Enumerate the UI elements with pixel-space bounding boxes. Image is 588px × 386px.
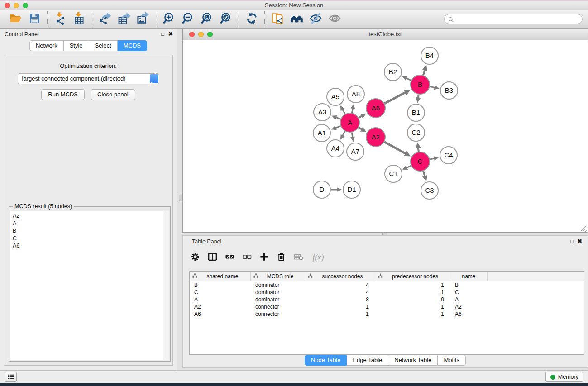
delete-table-button[interactable] (292, 251, 305, 264)
column-header-name[interactable]: name (450, 272, 488, 281)
task-history-button[interactable] (5, 372, 17, 382)
node-B3[interactable]: B3 (440, 82, 458, 99)
mcds-result-list[interactable]: A2ABCA6 (10, 211, 163, 360)
table-row[interactable]: A6connector11A6 (190, 310, 584, 318)
tab-edge-table[interactable]: Edge Table (347, 355, 388, 366)
show-graphics-details-button[interactable] (326, 11, 343, 27)
node-A5[interactable]: A5 (327, 88, 344, 105)
hide-graphics-details-button[interactable] (307, 11, 324, 27)
import-table-button[interactable] (71, 11, 87, 27)
float-table-panel-icon[interactable]: □ (570, 238, 574, 244)
tab-network-table[interactable]: Network Table (388, 355, 438, 366)
panel-divider-handle[interactable] (179, 195, 182, 201)
refresh-network-button[interactable] (244, 11, 260, 27)
node-D[interactable]: D (313, 181, 330, 198)
close-panel-icon[interactable]: ✖ (168, 31, 173, 37)
table-cell[interactable]: dominator (251, 296, 305, 303)
table-cell[interactable]: 1 (305, 310, 375, 318)
node-A1[interactable]: A1 (313, 124, 330, 142)
node-B[interactable]: B (411, 75, 430, 94)
table-cell[interactable]: A (450, 296, 488, 303)
node-C3[interactable]: C3 (421, 182, 438, 199)
table-cell[interactable]: C (450, 289, 488, 296)
node-C1[interactable]: C1 (385, 165, 402, 182)
tab-style[interactable]: Style (64, 40, 89, 51)
column-header-predecessor-nodes[interactable]: predecessor nodes (375, 272, 450, 281)
zoom-selected-button[interactable] (218, 11, 234, 27)
apply-layout-button[interactable] (288, 11, 305, 27)
table-row[interactable]: A2connector11A2 (190, 303, 584, 310)
delete-columns-button[interactable] (274, 251, 288, 264)
column-header-MCDS-role[interactable]: MCDS role (251, 272, 305, 281)
node-A3[interactable]: A3 (314, 104, 331, 121)
zoom-in-button[interactable] (161, 11, 177, 27)
table-cell[interactable]: 1 (305, 303, 375, 310)
table-cell[interactable]: 8 (305, 296, 375, 303)
column-header-shared-name[interactable]: shared name (190, 272, 251, 281)
result-scrollbar[interactable] (163, 211, 169, 360)
table-cell[interactable]: A6 (190, 310, 251, 318)
table-cell[interactable]: 0 (375, 296, 450, 303)
node-A8[interactable]: A8 (347, 86, 364, 103)
tab-select[interactable]: Select (89, 40, 118, 51)
tab-mcds[interactable]: MCDS (118, 40, 147, 51)
tab-node-table[interactable]: Node Table (305, 355, 347, 366)
table-cell[interactable]: 4 (305, 281, 375, 289)
node-A6[interactable]: A6 (366, 99, 385, 118)
table-cell[interactable]: 1 (375, 303, 450, 310)
node-D1[interactable]: D1 (343, 181, 360, 198)
import-network-button[interactable] (52, 11, 68, 27)
edge-B-B4[interactable] (423, 69, 425, 75)
node-B4[interactable]: B4 (421, 47, 438, 64)
mcds-result-item[interactable]: A2 (13, 212, 163, 220)
column-settings-button[interactable] (188, 251, 202, 264)
node-B2[interactable]: B2 (384, 63, 402, 81)
zoom-fit-button[interactable] (199, 11, 215, 27)
deselect-all-rows-button[interactable] (240, 251, 253, 264)
tab-motifs[interactable]: Motifs (438, 355, 466, 366)
table-cell[interactable]: dominator (251, 281, 305, 289)
node-A7[interactable]: A7 (347, 143, 364, 160)
table-row[interactable]: Adominator80A (190, 296, 584, 303)
table-cell[interactable]: 1 (375, 289, 450, 296)
edge-A6-B[interactable] (384, 92, 406, 103)
mcds-result-item[interactable]: C (13, 235, 163, 243)
export-network-button[interactable] (97, 11, 113, 27)
network-canvas[interactable]: B4B2BB3A8A5A6A3B1AC2A1A2A4A7C4CC1DD1C3 (183, 40, 588, 232)
table-cell[interactable]: connector (251, 310, 305, 318)
run-mcds-button[interactable]: Run MCDS (41, 89, 85, 100)
table-row[interactable]: Cdominator41C (190, 289, 584, 296)
open-session-button[interactable] (7, 11, 24, 27)
node-A4[interactable]: A4 (327, 140, 344, 157)
edge-A2-C[interactable] (384, 142, 406, 154)
table-cell[interactable]: A (190, 296, 251, 303)
node-C4[interactable]: C4 (440, 147, 457, 164)
table-cell[interactable]: A2 (190, 303, 251, 310)
apply-function-button[interactable]: f(x) (309, 251, 328, 264)
node-C[interactable]: C (411, 152, 430, 171)
zoom-out-button[interactable] (180, 11, 196, 27)
table-cell[interactable]: A2 (450, 303, 488, 310)
table-cell[interactable]: 1 (375, 310, 450, 318)
node-C2[interactable]: C2 (407, 124, 425, 141)
save-session-button[interactable] (26, 11, 43, 27)
tab-network[interactable]: Network (29, 40, 64, 51)
copy-network-button[interactable] (269, 11, 286, 27)
table-cell[interactable]: 1 (375, 281, 450, 289)
table-cell[interactable]: 4 (305, 289, 375, 296)
table-cell[interactable]: connector (251, 303, 305, 310)
node-A2[interactable]: A2 (366, 128, 385, 147)
table-cell[interactable]: A6 (450, 310, 488, 318)
optimization-criterion-select[interactable]: largest connected component (directed) (18, 73, 159, 84)
export-image-button[interactable] (135, 11, 151, 27)
mcds-result-item[interactable]: B (13, 227, 163, 235)
merge-columns-button[interactable] (206, 251, 219, 264)
node-B1[interactable]: B1 (407, 104, 425, 121)
close-panel-button[interactable]: Close panel (91, 89, 135, 100)
float-panel-icon[interactable]: □ (161, 31, 164, 37)
table-cell[interactable]: C (190, 289, 251, 296)
edge-C-C3[interactable] (423, 171, 425, 177)
mcds-result-item[interactable]: A (13, 220, 163, 228)
close-table-panel-icon[interactable]: ✖ (578, 238, 582, 244)
column-header-successor-nodes[interactable]: successor nodes (305, 272, 375, 281)
